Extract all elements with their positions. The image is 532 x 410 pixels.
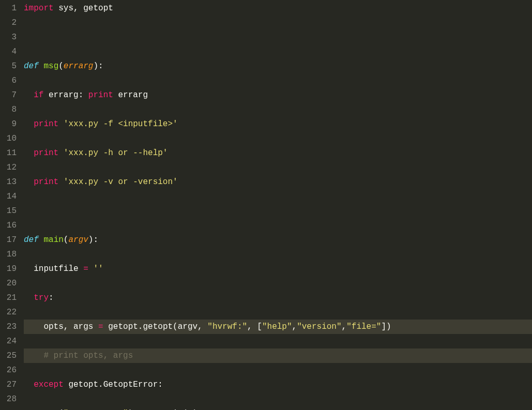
code-line[interactable]: def msg(errarg): — [24, 59, 532, 73]
line-number: 22 — [4, 305, 17, 320]
code-line[interactable]: opts, args = getopt.getopt(argv, "hvrwf:… — [24, 320, 532, 334]
token-fn-name: main — [43, 235, 63, 245]
line-number: 16 — [4, 218, 17, 233]
token-string: "help" — [262, 322, 292, 331]
token-punct: , — [197, 322, 207, 331]
token-comment: # print opts, args — [43, 351, 133, 360]
token-punct: , — [342, 322, 347, 331]
token-ident — [24, 119, 34, 129]
token-string: "file=" — [346, 322, 381, 331]
line-number: 26 — [4, 363, 17, 377]
code-line[interactable]: # print opts, args — [24, 348, 532, 363]
line-number: 7 — [4, 88, 17, 102]
line-number: 11 — [4, 146, 17, 160]
line-number: 6 — [4, 73, 17, 88]
token-string: '' — [93, 264, 103, 274]
token-param: argv — [68, 235, 88, 245]
token-punct: ]) — [381, 322, 391, 331]
token-punct: : — [49, 293, 54, 302]
token-punct: ( — [173, 322, 178, 331]
token-string: "version" — [297, 322, 341, 331]
line-number: 23 — [4, 320, 17, 334]
code-line[interactable] — [24, 30, 532, 44]
line-number: 9 — [4, 117, 17, 131]
token-punct: , — [292, 322, 297, 331]
code-line[interactable]: if errarg: print errarg — [24, 88, 532, 102]
token-punct: : — [79, 90, 88, 100]
line-number: 17 — [4, 233, 17, 247]
line-number: 2 — [4, 16, 17, 30]
token-kw-import: import — [24, 4, 54, 13]
token-ident — [24, 90, 34, 100]
token-punct: , — [64, 322, 73, 331]
token-ident: inputfile — [24, 264, 83, 274]
code-line[interactable] — [24, 204, 532, 218]
token-ident — [24, 148, 34, 158]
line-number-gutter: 1234567891011121314151617181920212223242… — [0, 0, 24, 410]
line-number: 5 — [4, 59, 17, 73]
token-ident — [58, 119, 64, 129]
token-string: 'xxx.py -h or --help' — [64, 148, 168, 158]
line-number: 18 — [4, 247, 17, 262]
token-kw-pink: try — [34, 293, 49, 302]
token-punct: ): — [93, 62, 103, 71]
token-kw-pink: print — [34, 148, 58, 158]
token-kw-pink: print — [34, 177, 58, 187]
token-ident — [39, 235, 44, 245]
token-kw-pink: except — [34, 380, 64, 389]
token-punct: : — [158, 380, 163, 389]
code-area[interactable]: import sys, getopt def msg(errarg): if e… — [24, 0, 532, 410]
line-number: 3 — [4, 30, 17, 44]
token-ident: args — [73, 322, 98, 331]
token-ident — [24, 177, 34, 187]
token-ident — [88, 264, 94, 274]
token-kw-pink: = — [83, 264, 88, 274]
token-ident — [58, 177, 64, 187]
token-kw-pink: print — [88, 90, 113, 100]
token-string: "hvrwf:" — [207, 322, 247, 331]
code-line[interactable]: try: — [24, 291, 532, 305]
line-number: 21 — [4, 291, 17, 305]
token-kw-pink: print — [34, 119, 58, 129]
line-number: 20 — [4, 276, 17, 291]
line-number: 27 — [4, 377, 17, 392]
token-string: 'xxx.py -v or -version' — [64, 177, 178, 187]
token-ident: errarg — [113, 90, 148, 100]
line-number: 19 — [4, 262, 17, 276]
line-number: 14 — [4, 189, 17, 204]
line-number: 13 — [4, 175, 17, 189]
token-punct: . — [98, 380, 103, 389]
code-editor[interactable]: 1234567891011121314151617181920212223242… — [0, 0, 532, 410]
line-number: 1 — [4, 1, 17, 16]
line-number: 8 — [4, 102, 17, 117]
code-line[interactable]: inputfile = '' — [24, 262, 532, 276]
token-punct: ( — [64, 235, 69, 245]
line-number: 4 — [4, 44, 17, 59]
token-ident: argv — [178, 322, 197, 331]
token-kw-def: def — [24, 235, 39, 245]
line-number: 25 — [4, 348, 17, 363]
token-ident: errarg — [43, 90, 78, 100]
code-line[interactable]: msg("Error args!"); sys.exit(2) — [24, 406, 532, 410]
token-ident: getopt — [103, 322, 138, 331]
code-line[interactable]: except getopt.GetoptError: — [24, 377, 532, 392]
token-param: errarg — [64, 62, 94, 71]
token-kw-pink: = — [98, 322, 103, 331]
token-fn-name: msg — [43, 62, 58, 71]
token-punct: ( — [58, 62, 64, 71]
code-line[interactable]: print 'xxx.py -v or -version' — [24, 175, 532, 189]
line-number: 24 — [4, 334, 17, 348]
code-line[interactable]: def main(argv): — [24, 233, 532, 247]
token-punct: , [ — [247, 322, 262, 331]
line-number: 28 — [4, 392, 17, 406]
token-ident — [24, 293, 34, 302]
token-punct: ): — [88, 235, 98, 245]
token-punct: , — [73, 4, 83, 13]
token-ident: getopt — [64, 380, 98, 389]
token-string: 'xxx.py -f <inputfile>' — [64, 119, 178, 129]
line-number: 15 — [4, 204, 17, 218]
token-ident — [58, 148, 64, 158]
code-line[interactable]: print 'xxx.py -f <inputfile>' — [24, 117, 532, 131]
code-line[interactable]: print 'xxx.py -h or --help' — [24, 146, 532, 160]
code-line[interactable]: import sys, getopt — [24, 1, 532, 16]
